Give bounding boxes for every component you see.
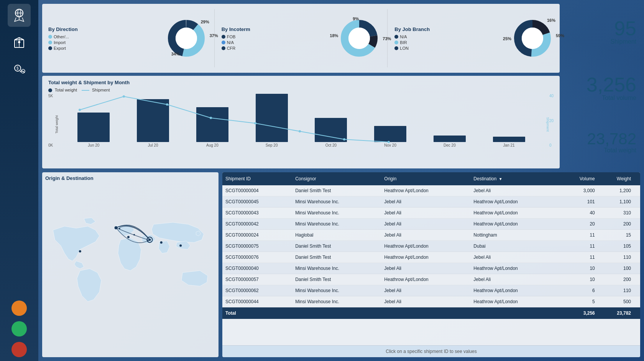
click-hint: Click on a specific shipment ID to see v… — [222, 345, 640, 357]
by-branch-section: By Job Branch N/A BIR LON — [394, 8, 554, 69]
cell-destination: Heathrow Apt/London — [470, 285, 560, 296]
legend-import: Import — [54, 40, 66, 45]
bar-chart-visual: 5K 0K Total weight 40 20 0 — [48, 94, 554, 155]
cell-weight: 110 — [598, 285, 634, 296]
cell-weight: 110 — [598, 252, 634, 263]
bars-container: Jun 20 Jul 20 Aug 20 — [64, 94, 538, 147]
by-incoterm-legend: FOB N/A CFR — [222, 34, 335, 51]
cell-origin: Jebel Ali — [381, 263, 470, 274]
by-direction-section: By Direction Other/... Import Export — [48, 8, 207, 69]
table-row[interactable]: SCGT00000004 Daniel Smith Test Heathrow … — [222, 185, 640, 196]
map-title: Origin & Destination — [45, 175, 215, 181]
dot-green[interactable] — [12, 321, 27, 336]
sidebar: $ — [0, 0, 38, 361]
by-direction-wrapper: By Direction Other/... Import Export — [48, 26, 161, 51]
legend-shipment-line: Shipment — [82, 88, 110, 92]
cell-destination: Jebel Ali — [470, 274, 560, 285]
table-row[interactable]: SCGT00000075 Daniel Smith Test Heathrow … — [222, 241, 640, 252]
table-row[interactable]: SCGT00000024 Haglobal Jebel Ali Nottingh… — [222, 230, 640, 241]
cell-consignor: Daniel Smith Test — [292, 252, 381, 263]
sidebar-money-icon[interactable]: $ — [8, 57, 31, 80]
main-content: By Direction Other/... Import Export — [38, 0, 644, 361]
y-axis-right-label: Shipment — [546, 117, 550, 132]
cell-consignor: Minsi Warehouse Inc. — [292, 263, 381, 274]
shipment-table: Shipment ID Consignor Origin Destination — [222, 172, 640, 319]
cell-origin: Jebel Ali — [381, 285, 470, 296]
legend-other: Other/... — [54, 34, 69, 39]
direction-pct-34: 34% — [171, 52, 180, 56]
svg-point-13 — [176, 28, 197, 49]
svg-point-36 — [79, 250, 81, 253]
cell-weight: 105 — [598, 241, 634, 252]
cell-id: SCGT00000004 — [222, 185, 292, 196]
by-branch-wrapper: By Job Branch N/A BIR LON — [394, 26, 508, 51]
bar-chart-title: Total weight & Shipment by Month — [48, 80, 554, 85]
sidebar-box-icon[interactable] — [8, 31, 31, 54]
table-row[interactable]: SCGT00000045 Minsi Warehouse Inc. Jebel … — [222, 196, 640, 207]
legend-export: Export — [54, 46, 66, 51]
y-axis-left: 5K 0K — [48, 94, 53, 147]
by-branch-title: By Job Branch — [394, 26, 508, 32]
cell-destination: Heathrow Apt/London — [470, 219, 560, 230]
stat-weight-value: 23,782 — [587, 131, 636, 147]
branch-pct-59: 59% — [556, 33, 564, 38]
stat-volume: 3,256 Total volume — [586, 75, 636, 101]
cell-id: SCGT00000043 — [222, 207, 292, 219]
cell-consignor: Haglobal — [292, 230, 381, 241]
table-wrapper[interactable]: Shipment ID Consignor Origin Destination — [222, 172, 640, 345]
bar-chart-section: Total weight & Shipment by Month Total w… — [42, 76, 560, 168]
svg-point-23 — [123, 95, 125, 98]
stat-shipment: 95 Shipment — [610, 18, 636, 45]
svg-point-37 — [119, 228, 120, 229]
dot-orange[interactable] — [12, 301, 27, 316]
cell-consignor: Minsi Warehouse Inc. — [292, 285, 381, 296]
cell-origin: Jebel Ali — [381, 207, 470, 219]
sidebar-globe-icon[interactable] — [8, 4, 31, 27]
table-row[interactable]: SCGT00000042 Minsi Warehouse Inc. Jebel … — [222, 219, 640, 230]
cell-origin: Jebel Ali — [381, 296, 470, 307]
branch-pct-25: 25% — [503, 36, 511, 41]
col-volume: Volume — [560, 172, 598, 185]
cell-weight: 1,200 — [598, 185, 634, 196]
cell-consignor: Minsi Warehouse Inc. — [292, 196, 381, 207]
table-row[interactable]: SCGT00000044 Minsi Warehouse Inc. Jebel … — [222, 296, 640, 307]
stat-weight-label: Total weight — [587, 147, 636, 154]
cell-consignor: Minsi Warehouse Inc. — [292, 207, 381, 219]
cell-volume: 10 — [560, 274, 598, 285]
top-section: By Direction Other/... Import Export — [42, 4, 640, 168]
svg-point-34 — [160, 241, 163, 243]
by-incoterm-donut: 9% 18% 73% — [338, 17, 380, 59]
stat-volume-value: 3,256 — [586, 75, 636, 95]
dashboard-content: By Direction Other/... Import Export — [38, 0, 644, 361]
cell-destination: Nottingham — [470, 230, 560, 241]
svg-point-38 — [133, 234, 135, 235]
by-branch-legend: N/A BIR LON — [394, 34, 508, 51]
table-row[interactable]: SCGT00000040 Minsi Warehouse Inc. Jebel … — [222, 263, 640, 274]
legend-na-incoterm: N/A — [227, 40, 234, 45]
cell-origin: Jebel Ali — [381, 219, 470, 230]
svg-point-25 — [210, 117, 212, 119]
table-row[interactable]: SCGT00000057 Daniel Smith Test Heathrow … — [222, 274, 640, 285]
cell-weight: 1,100 — [598, 196, 634, 207]
legend-bir: BIR — [400, 40, 407, 45]
stats-panel: 95 Shipment 3,256 Total volume 23,782 To… — [564, 4, 640, 168]
y-axis-right: 40 20 0 — [549, 94, 554, 147]
svg-text:$: $ — [16, 66, 19, 70]
svg-point-21 — [522, 28, 543, 49]
svg-point-17 — [348, 28, 370, 49]
col-weight: Weight — [598, 172, 634, 185]
cell-id: SCGT00000024 — [222, 230, 292, 241]
stat-shipment-value: 95 — [610, 18, 636, 38]
cell-destination: Jebel Ali — [470, 252, 560, 263]
incoterm-pct-18: 18% — [330, 33, 338, 38]
cell-consignor: Daniel Smith Test — [292, 274, 381, 285]
charts-area: By Direction Other/... Import Export — [42, 4, 560, 168]
cell-volume: 11 — [560, 252, 598, 263]
table-row[interactable]: SCGT00000076 Daniel Smith Test Heathrow … — [222, 252, 640, 263]
svg-point-30 — [115, 226, 118, 229]
cell-id: SCGT00000075 — [222, 241, 292, 252]
table-row[interactable]: SCGT00000062 Minsi Warehouse Inc. Jebel … — [222, 285, 640, 296]
cell-weight: 200 — [598, 219, 634, 230]
table-row[interactable]: SCGT00000043 Minsi Warehouse Inc. Jebel … — [222, 207, 640, 219]
dot-red[interactable] — [12, 342, 27, 357]
